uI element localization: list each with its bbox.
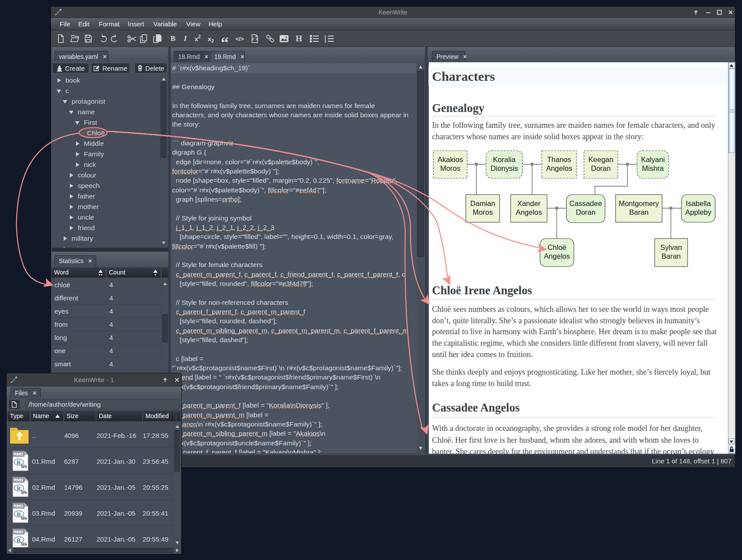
svg-text:Kalyani: Kalyani — [641, 155, 665, 163]
svg-text:Angelos: Angelos — [516, 208, 542, 216]
svg-text:R: R — [17, 485, 21, 491]
svg-text:Doran: Doran — [591, 164, 611, 172]
svg-text:R: R — [17, 511, 21, 517]
svg-text:Keegan: Keegan — [588, 155, 613, 163]
svg-text:Baran: Baran — [661, 252, 681, 260]
svg-text:M: M — [21, 516, 25, 521]
svg-text:3: 3 — [324, 40, 326, 43]
svg-text:Doran: Doran — [576, 208, 596, 216]
svg-text:R: R — [17, 537, 21, 543]
svg-text:Sylvan: Sylvan — [660, 243, 682, 251]
svg-text:Dionysis: Dionysis — [490, 164, 518, 172]
svg-text:Damian: Damian — [470, 199, 495, 207]
svg-text:RMD: RMD — [14, 452, 23, 456]
svg-text:Mishra: Mishra — [642, 164, 664, 172]
svg-text:M: M — [21, 542, 25, 547]
svg-text:RMD: RMD — [14, 503, 23, 508]
svg-text:RMD: RMD — [14, 477, 23, 482]
svg-text:RMD: RMD — [14, 529, 23, 534]
svg-text:Thanos: Thanos — [547, 155, 571, 163]
svg-text:Moros: Moros — [440, 164, 461, 172]
svg-text:Angelos: Angelos — [546, 164, 573, 172]
svg-text:Koralia: Koralia — [493, 155, 516, 163]
svg-text:Xander: Xander — [517, 199, 541, 207]
svg-text:Montgomery: Montgomery — [619, 199, 659, 207]
svg-text:Angelos: Angelos — [544, 252, 570, 260]
svg-text:Appleby: Appleby — [685, 208, 712, 216]
svg-text:Isabella: Isabella — [686, 199, 711, 207]
svg-text:Chloë: Chloë — [547, 243, 566, 251]
svg-text:Moros: Moros — [473, 208, 493, 216]
svg-text:Akakios: Akakios — [438, 155, 463, 163]
svg-text:M: M — [21, 490, 25, 495]
svg-text:M: M — [21, 464, 25, 469]
svg-text:Cassadee: Cassadee — [569, 199, 602, 207]
svg-text:R: R — [17, 459, 21, 466]
svg-text:Baran: Baran — [629, 208, 648, 216]
